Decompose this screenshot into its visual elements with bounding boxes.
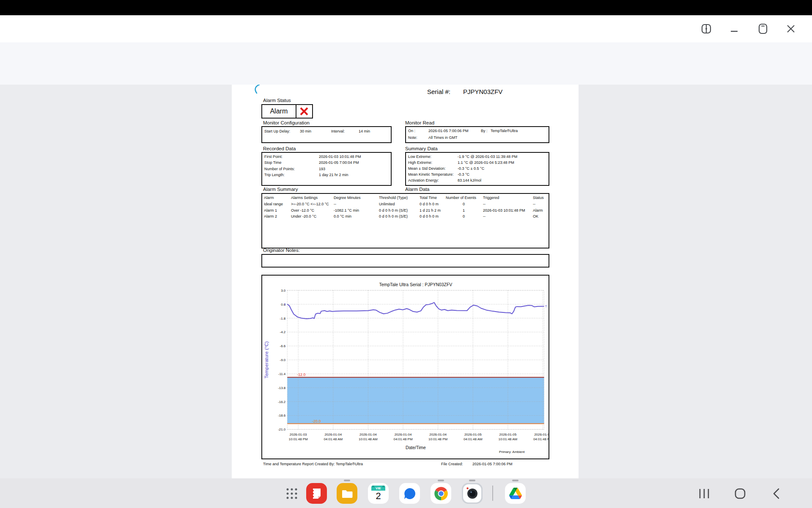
camera-icon xyxy=(462,483,483,504)
chrome-icon xyxy=(433,486,449,502)
alarm-table-cell: -- xyxy=(533,202,535,206)
camera-app-button[interactable] xyxy=(462,483,483,504)
alarm-table-cell: 0 xyxy=(463,202,465,206)
sensitech-logo-fragment xyxy=(253,85,262,94)
svg-text:T: T xyxy=(284,303,286,306)
alarm-status-label: Alarm Status xyxy=(263,98,291,103)
pdf-toolbar: PJPYN03ZFV_0.pdf xyxy=(0,42,812,85)
popup-view-button[interactable] xyxy=(755,21,771,36)
footer-created-by: Time and Temperature Report Created By: … xyxy=(263,462,363,466)
sd-label: Mean Kinetic Temperature: xyxy=(408,172,453,177)
recents-button[interactable] xyxy=(697,487,711,500)
alarm-table-cell: -- xyxy=(483,202,486,206)
alarm-table-header: Threshold (Type) xyxy=(379,196,408,200)
svg-text:2026-01-05: 2026-01-05 xyxy=(464,433,482,436)
sd-value: -0.3 °C xyxy=(458,172,469,177)
rd-value: 2026-01-03 10:01:48 PM xyxy=(319,155,361,159)
originator-notes-box[interactable] xyxy=(261,254,549,268)
monitor-configuration-box: Start Up Delay: 30 min Interval: 14 min xyxy=(261,126,392,143)
alarm-table-header: Alarms Settings xyxy=(291,196,318,200)
minimize-button[interactable] xyxy=(727,21,742,36)
alarm-table-cell: 0 xyxy=(463,214,465,218)
recorded-data-box: First Point:2026-01-03 10:01:48 PM Stop … xyxy=(261,152,392,186)
running-indicator xyxy=(512,480,518,481)
config-label: Start Up Delay: xyxy=(264,129,290,133)
svg-text:10:01:48 AM: 10:01:48 AM xyxy=(499,437,518,441)
close-button[interactable] xyxy=(783,21,798,36)
alarm-table-header: Number of Events xyxy=(446,196,476,200)
sd-value: 83.144 kJ/mol xyxy=(458,178,481,182)
alarm-table: AlarmAlarms SettingsDegree MinutesThresh… xyxy=(261,193,549,248)
rd-label: Trip Length: xyxy=(264,173,285,177)
serial-value: PJPYN03ZFV xyxy=(463,88,502,95)
config-label: Interval: xyxy=(331,129,345,133)
alarm-table-cell: 1 xyxy=(463,208,465,213)
svg-text:10:01:48 PM: 10:01:48 PM xyxy=(289,437,308,441)
monitor-configuration-title: Monitor Configuration xyxy=(263,120,310,125)
read-note-label: Note: xyxy=(408,135,417,140)
drive-app-button[interactable] xyxy=(505,483,526,504)
notes-app-button[interactable] xyxy=(306,483,327,504)
alarm-table-cell: 0 d 0 h 0 m xyxy=(420,202,439,206)
alarm-table-cell: -1082.1 °C min xyxy=(334,208,359,213)
viewer-canvas[interactable]: Serial #: PJPYN03ZFV Alarm Status Alarm … xyxy=(0,85,812,478)
folder-icon xyxy=(341,488,353,500)
footer-file-created-value: 2026-01-05 7:00:06 PM xyxy=(472,462,513,466)
read-by-value: TempTale®Ultra xyxy=(491,129,518,133)
alarm-table-header: Degree Minutes xyxy=(334,196,361,200)
alarm-x-icon xyxy=(299,107,309,116)
alarm-table-header: Total Time xyxy=(420,196,437,200)
my-files-app-button[interactable] xyxy=(337,483,357,504)
svg-text:-1.8: -1.8 xyxy=(280,317,286,320)
calendar-app-button[interactable]: VIE 2 xyxy=(368,483,389,504)
home-icon xyxy=(734,488,746,500)
svg-text:2026-01-05: 2026-01-05 xyxy=(499,433,517,436)
monitor-read-title: Monitor Read xyxy=(405,120,434,125)
alarm-table-cell: OK xyxy=(533,214,538,218)
popup-view-icon xyxy=(757,23,768,34)
back-nav-icon xyxy=(771,488,782,500)
back-nav-button[interactable] xyxy=(770,487,783,500)
alarm-table-cell: Over -12.0 °C xyxy=(291,208,314,213)
alarm-status-value: Alarm xyxy=(262,105,296,118)
read-note-value: All Times in GMT xyxy=(428,135,458,140)
chrome-app-button[interactable] xyxy=(431,483,451,504)
alarm-table-cell: Unlimited xyxy=(379,202,395,206)
sd-label: Low Extreme: xyxy=(408,155,431,159)
alarm-table-header: Status xyxy=(533,196,544,200)
alarm-table-cell: -- xyxy=(334,202,336,206)
svg-text:-9.0: -9.0 xyxy=(280,358,286,362)
messages-app-button[interactable] xyxy=(399,483,420,504)
svg-text:-20.0: -20.0 xyxy=(312,419,321,423)
summary-data-box: Low Extreme:-1.9 °C @ 2026-01-03 11:39:4… xyxy=(405,152,549,186)
svg-text:T: T xyxy=(545,304,547,308)
split-view-button[interactable] xyxy=(699,21,714,36)
svg-text:04:01:48 AM: 04:01:48 AM xyxy=(464,437,483,441)
drive-icon xyxy=(509,488,522,499)
sd-label: Activation Energy: xyxy=(408,178,439,182)
alarm-table-header: Alarm xyxy=(264,196,274,200)
alarm-summary-title: Alarm Summary xyxy=(263,187,298,192)
footer-file-created-label: File Created: xyxy=(441,462,463,466)
config-value: 30 min xyxy=(300,129,311,133)
sd-label: Mean ± Std Deviation: xyxy=(408,166,445,171)
alarm-table-cell: 0 d 0 h 0 m (S/E) xyxy=(379,208,408,213)
app-drawer-button[interactable] xyxy=(281,483,302,504)
svg-text:3.0: 3.0 xyxy=(281,289,286,293)
home-button[interactable] xyxy=(733,487,747,500)
originator-notes-label: Originator Notes: xyxy=(263,248,300,253)
serial-label: Serial #: xyxy=(427,88,450,95)
app-drawer-icon xyxy=(285,487,298,500)
alarm-table-cell: Alarm xyxy=(533,208,543,213)
svg-text:Primary: Ambient: Primary: Ambient xyxy=(499,450,525,454)
alarm-table-cell: Under -20.0 °C xyxy=(291,214,316,218)
alarm-table-header: Triggered xyxy=(483,196,499,200)
rd-label: Number of Points: xyxy=(264,167,295,171)
svg-text:TempTale Ultra Serial : PJPYN: TempTale Ultra Serial : PJPYN03ZFV xyxy=(379,282,452,287)
status-bar xyxy=(0,0,812,15)
close-icon xyxy=(785,23,796,34)
alarm-table-cell: 2026-01-03 10:01:48 PM xyxy=(483,208,525,213)
window-titlebar xyxy=(0,15,812,42)
taskbar: VIE 2 xyxy=(0,478,812,508)
svg-text:-12.0: -12.0 xyxy=(297,373,305,377)
